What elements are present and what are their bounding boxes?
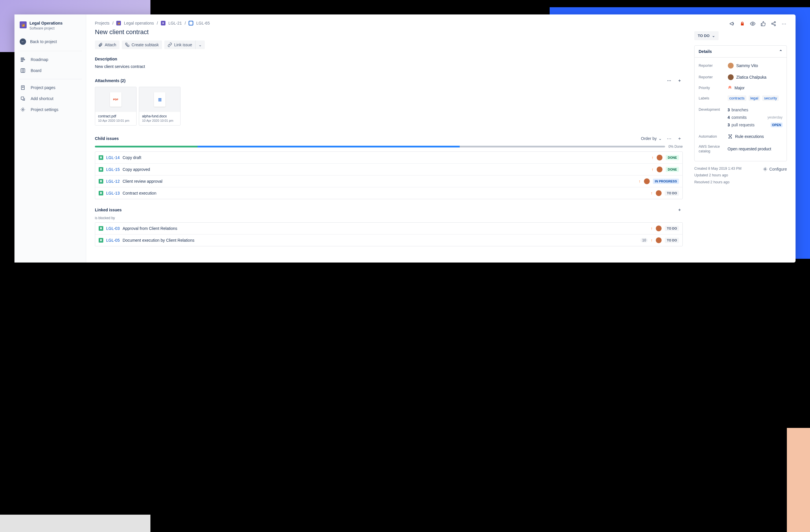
attachment-card[interactable]: PDF contract.pdf 10 Apr 2020 10:01 pm [95,87,136,126]
chevron-down-icon: ⌄ [659,136,662,141]
issue-key[interactable]: LGL-12 [106,179,120,184]
field-automation[interactable]: Automation Rule executions [699,131,782,142]
count-badge: 10 [641,238,648,243]
issue-row[interactable]: LGL-15 Copy approved ↑ DONE [95,163,682,175]
svg-rect-0 [21,58,24,59]
more-icon[interactable]: ⋯ [781,21,787,27]
story-icon [189,21,193,26]
epic-icon [161,21,165,26]
details-header[interactable]: Details ⌃ [695,46,787,57]
issue-row[interactable]: LGL-03 Approval from Client Relations ↑ … [95,222,682,234]
attachment-name: contract.pdf [98,114,133,118]
field-reporter-2[interactable]: Reporter Zlatica Chalpuka [699,71,782,83]
chevron-down-icon: ⌄ [712,34,715,38]
priority-icon: ↑ [639,179,641,184]
feedback-icon[interactable] [729,21,735,27]
link-issue-button[interactable]: Link issue [164,40,195,49]
avatar[interactable] [655,190,662,196]
progress-row: 0% Done [95,145,683,149]
description-text[interactable]: New client services contract [95,64,683,69]
sidebar-item-settings[interactable]: Project settings [14,104,86,115]
issue-type-icon [99,191,103,196]
issue-key[interactable]: LGL-13 [106,191,120,196]
page-icon [20,84,26,91]
field-reporter[interactable]: Reporter Sammy Vito [699,60,782,71]
sidebar-item-pages[interactable]: Project pages [14,82,86,93]
svg-rect-3 [21,68,25,72]
add-child-icon[interactable]: ＋ [676,135,683,142]
sidebar-item-board[interactable]: Board [14,65,86,76]
details-panel: Details ⌃ Reporter Sammy Vito Reporter [694,45,787,161]
issue-key[interactable]: LGL-15 [106,167,120,172]
field-priority[interactable]: Priority Major [699,83,782,93]
svg-point-13 [752,23,754,24]
dev-commits[interactable]: 4commits yesterday [728,114,782,121]
add-attachment-icon[interactable]: ＋ [676,78,683,84]
issue-summary: Client review approval [123,179,636,184]
roadmap-icon [20,56,26,63]
label-tag[interactable]: contracts [728,95,746,101]
avatar[interactable] [655,237,662,244]
sidebar-item-label: Board [31,68,42,73]
priority-icon: ↑ [651,226,653,231]
more-icon[interactable]: ⋯ [666,78,672,84]
lock-icon[interactable] [740,21,745,27]
issue-key[interactable]: LGL-14 [106,155,120,160]
back-to-project[interactable]: ← Back to project [14,36,86,48]
field-labels[interactable]: Labels contractslegalsecurity [699,93,782,103]
issue-key[interactable]: LGL-03 [106,226,120,231]
breadcrumb-projects[interactable]: Projects [95,21,110,26]
configure-button[interactable]: Configure [763,165,787,173]
status-badge: TO DO [665,190,679,196]
child-issues-head: Child issues [95,136,118,141]
field-aws[interactable]: AWS Service catalog Open requested produ… [699,142,782,156]
sidebar-item-label: Add shortcut [31,96,53,101]
attachments-list: PDF contract.pdf 10 Apr 2020 10:01 pm ≣ … [95,87,683,126]
issue-summary: Document execution by Client Relations [123,238,637,243]
avatar[interactable] [657,166,663,172]
avatar[interactable] [657,154,663,161]
resolved-ts: Resolved 2 hours ago [694,179,742,186]
attachment-card[interactable]: ≣ alpha-fund.docx 10 Apr 2020 10:01 pm [139,87,180,126]
issue-row[interactable]: LGL-14 Copy draft ↑ DONE [95,152,682,163]
issue-key[interactable]: LGL-05 [106,238,120,243]
breadcrumb-project[interactable]: Legal operations [124,21,154,26]
order-by-button[interactable]: Order by ⌄ [641,136,662,141]
issue-title[interactable]: New client contract [95,28,683,36]
breadcrumb-parent[interactable]: LGL-21 [168,21,182,26]
chevron-down-icon: ⌄ [198,43,202,47]
status-dropdown[interactable]: TO DO ⌄ [694,31,718,40]
priority-icon: ↑ [651,167,653,172]
dev-branches[interactable]: 3branches [728,106,782,114]
add-linked-icon[interactable]: ＋ [676,207,683,213]
issue-type-icon [99,238,103,243]
create-subtask-button[interactable]: Create subtask [122,40,162,49]
shortcut-icon [20,95,26,102]
issue-row[interactable]: LGL-13 Contract execution ↑ TO DO [95,187,682,199]
attach-button[interactable]: Attach [95,40,119,49]
child-issues-list: LGL-14 Copy draft ↑ DONE LGL-15 Copy app… [95,151,683,199]
right-column: ⋯ TO DO ⌄ Details ⌃ Reporter Sammy Vito [694,21,787,254]
svg-point-14 [774,22,776,23]
project-icon: ◪ [116,21,121,26]
more-icon[interactable]: ⋯ [666,135,672,142]
avatar[interactable] [655,225,662,232]
sidebar-item-roadmap[interactable]: Roadmap [14,54,86,65]
watch-icon[interactable] [750,21,756,27]
label-tag[interactable]: legal [749,95,760,101]
issue-row[interactable]: LGL-12 Client review approval ↑ IN PROGR… [95,175,682,187]
thumbs-up-icon[interactable] [760,21,766,27]
svg-rect-1 [21,59,25,60]
breadcrumb-issue[interactable]: LGL-65 [196,21,210,26]
sidebar-item-shortcut[interactable]: Add shortcut [14,93,86,104]
svg-point-10 [22,109,24,111]
project-icon: ◪ [20,21,27,28]
label-tag[interactable]: security [762,95,779,101]
dev-prs[interactable]: 3pull requests OPEN [728,121,782,129]
avatar[interactable] [644,178,650,184]
svg-rect-9 [21,97,24,99]
issue-row[interactable]: LGL-05 Document execution by Client Rela… [95,234,682,246]
attachment-thumb: PDF [95,87,136,112]
link-issue-dropdown[interactable]: ⌄ [195,40,205,49]
share-icon[interactable] [771,21,776,27]
